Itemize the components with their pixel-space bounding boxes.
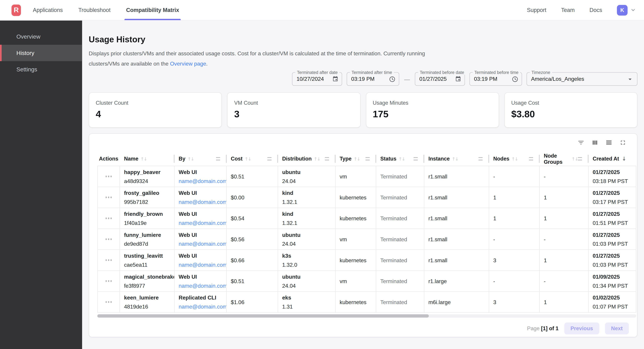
column-header-cost[interactable]: Cost↑↓ bbox=[227, 151, 278, 166]
chevron-down-icon[interactable] bbox=[630, 7, 636, 13]
sort-icon[interactable]: ↑↓ bbox=[188, 156, 194, 161]
cell-cost: $0.51 bbox=[227, 271, 278, 291]
row-actions-button[interactable] bbox=[104, 194, 113, 200]
column-header-instance[interactable]: Instance↑↓ bbox=[424, 151, 489, 166]
email-link[interactable]: name@domain.com bbox=[178, 262, 222, 268]
filter-field-label: Terminated before date bbox=[418, 70, 466, 75]
column-menu-icon[interactable] bbox=[578, 157, 582, 160]
calendar-icon[interactable] bbox=[455, 76, 461, 82]
terminated-after-date-field[interactable]: Terminated after date10/27/2024 bbox=[292, 72, 342, 86]
top-navigation-bar: R ApplicationsTroubleshootCompatibility … bbox=[0, 0, 644, 20]
row-actions-button[interactable] bbox=[104, 278, 113, 284]
name-secondary: de9ed87d bbox=[124, 241, 170, 247]
email-link[interactable]: name@domain.com bbox=[178, 304, 222, 310]
column-header-distribution[interactable]: Distribution↑↓ bbox=[278, 151, 336, 166]
terminated-before-date-value: 01/27/2025 bbox=[420, 76, 455, 82]
nav-tab-compatibility-matrix[interactable]: Compatibility Matrix bbox=[125, 0, 180, 20]
sort-icon[interactable]: ↑↓ bbox=[140, 156, 147, 161]
row-actions-button[interactable] bbox=[104, 236, 113, 242]
column-menu-icon[interactable] bbox=[414, 157, 418, 160]
column-header-by[interactable]: By↑↓ bbox=[174, 151, 227, 166]
page-description-period: . bbox=[206, 60, 208, 67]
nav-link-support[interactable]: Support bbox=[527, 7, 546, 13]
sort-icon[interactable]: ↑↓ bbox=[511, 156, 518, 161]
row-actions-button[interactable] bbox=[104, 257, 113, 263]
timezone-value: America/Los_Angeles bbox=[531, 76, 626, 82]
density-icon[interactable] bbox=[605, 139, 612, 146]
column-header-status[interactable]: Status↑↓ bbox=[376, 151, 424, 166]
terminated-after-time-field[interactable]: Terminated after time03:19 PM bbox=[346, 72, 399, 86]
row-actions-button[interactable] bbox=[104, 173, 113, 179]
sort-icon[interactable]: ↑↓ bbox=[244, 156, 251, 161]
email-link[interactable]: name@domain.com bbox=[178, 241, 222, 247]
cell-actions bbox=[98, 292, 120, 312]
email-link[interactable]: name@domain.com bbox=[178, 199, 222, 205]
row-actions-button[interactable] bbox=[104, 299, 113, 305]
column-header-node_groups[interactable]: Node Groups↑↓ bbox=[540, 151, 588, 166]
sort-desc-icon[interactable]: ↓ bbox=[622, 156, 626, 162]
nav-tab-applications[interactable]: Applications bbox=[32, 0, 64, 20]
type-value: kubernetes bbox=[340, 194, 372, 200]
email-link[interactable]: name@domain.com bbox=[178, 283, 222, 289]
previous-page-button[interactable]: Previous bbox=[564, 323, 599, 335]
fullscreen-icon[interactable] bbox=[620, 139, 626, 146]
column-header-name[interactable]: Name↑↓ bbox=[120, 151, 175, 166]
name-secondary: fe3f8977 bbox=[124, 283, 170, 289]
dropdown-icon[interactable] bbox=[626, 75, 634, 83]
sort-icon[interactable]: ↑↓ bbox=[314, 156, 320, 161]
replicated-logo-icon[interactable]: R bbox=[12, 4, 21, 16]
table-row: frosty_galileo995b7182Web UIname@domain.… bbox=[98, 187, 636, 208]
sort-icon[interactable]: ↑↓ bbox=[354, 156, 360, 161]
sidebar-item-overview[interactable]: Overview bbox=[0, 28, 82, 45]
nav-link-team[interactable]: Team bbox=[561, 7, 574, 13]
column-menu-icon[interactable] bbox=[325, 157, 329, 160]
overview-page-link[interactable]: Overview page bbox=[170, 60, 206, 67]
horizontal-scrollbar-track[interactable] bbox=[98, 314, 636, 318]
type-value: vm bbox=[340, 173, 372, 179]
email-link[interactable]: name@domain.com bbox=[178, 178, 222, 184]
nav-tab-troubleshoot[interactable]: Troubleshoot bbox=[78, 0, 112, 20]
horizontal-scrollbar-thumb[interactable] bbox=[98, 314, 429, 318]
created_at-primary: 01/27/2025 bbox=[593, 169, 632, 175]
column-header-nodes[interactable]: Nodes↑↓ bbox=[489, 151, 540, 166]
clock-icon[interactable] bbox=[389, 76, 396, 82]
terminated-before-date-field[interactable]: Terminated before date01/27/2025 bbox=[415, 72, 465, 86]
timezone-field[interactable]: TimezoneAmerica/Los_Angeles bbox=[526, 72, 638, 86]
column-header-created_at[interactable]: Created At↓ bbox=[588, 151, 636, 166]
terminated-after-date-value: 10/27/2024 bbox=[296, 76, 332, 82]
email-link[interactable]: name@domain.com bbox=[178, 220, 222, 226]
cell-node_groups: 1 bbox=[540, 250, 588, 270]
clock-icon[interactable] bbox=[512, 76, 518, 82]
filter-icon[interactable] bbox=[578, 139, 584, 146]
column-menu-icon[interactable] bbox=[366, 157, 370, 160]
name-primary: trusting_leavitt bbox=[124, 253, 170, 259]
column-menu-icon[interactable] bbox=[216, 157, 220, 160]
nav-link-docs[interactable]: Docs bbox=[590, 7, 602, 13]
page-description-line2: clusters/VMs are available on the bbox=[89, 60, 170, 67]
column-label: Distribution bbox=[282, 156, 312, 162]
column-menu-icon[interactable] bbox=[267, 157, 272, 160]
terminated-before-time-field[interactable]: Terminated before time03:19 PM bbox=[470, 72, 522, 86]
next-page-button[interactable]: Next bbox=[605, 323, 629, 335]
cell-instance: r1.small bbox=[424, 187, 489, 208]
sort-icon[interactable]: ↑↓ bbox=[452, 156, 458, 161]
cell-cost: $0.54 bbox=[227, 208, 278, 228]
sidebar-item-settings[interactable]: Settings bbox=[0, 61, 82, 77]
page-title: Usage History bbox=[89, 34, 145, 44]
sort-icon[interactable]: ↑↓ bbox=[572, 156, 578, 161]
sort-icon[interactable]: ↑↓ bbox=[398, 156, 405, 161]
user-avatar[interactable]: K bbox=[617, 5, 628, 15]
cell-status: Terminated bbox=[376, 208, 424, 228]
filter-field-label: Terminated before time bbox=[473, 70, 520, 75]
calendar-icon[interactable] bbox=[332, 76, 338, 82]
cost-value: $0.51 bbox=[231, 173, 274, 179]
sidebar-item-history[interactable]: History bbox=[0, 45, 82, 61]
type-value: vm bbox=[340, 236, 372, 242]
columns-icon[interactable] bbox=[591, 139, 598, 146]
status-value: Terminated bbox=[380, 257, 420, 263]
type-value: kubernetes bbox=[340, 257, 372, 263]
column-header-type[interactable]: Type↑↓ bbox=[336, 151, 376, 166]
column-menu-icon[interactable] bbox=[478, 157, 483, 160]
row-actions-button[interactable] bbox=[104, 215, 113, 221]
column-menu-icon[interactable] bbox=[529, 157, 533, 160]
